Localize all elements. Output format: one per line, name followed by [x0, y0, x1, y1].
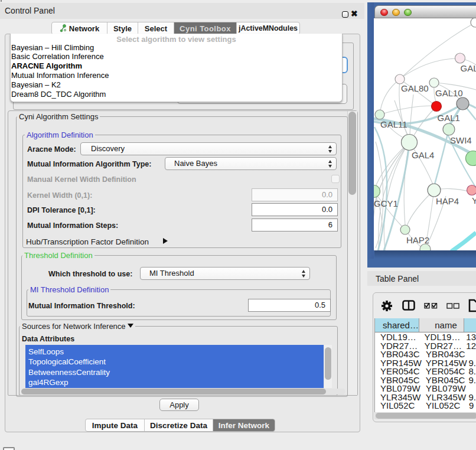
svg-text:HAP2: HAP2	[406, 235, 429, 245]
svg-text:GAL4: GAL4	[412, 150, 434, 160]
svg-text:GAL80: GAL80	[401, 83, 429, 93]
svg-text:GAL: GAL	[461, 63, 476, 73]
svg-text:GAL10: GAL10	[435, 88, 463, 98]
svg-text:GAL1: GAL1	[438, 113, 460, 123]
svg-text:HAP4: HAP4	[436, 196, 459, 206]
svg-text:GAL11: GAL11	[380, 119, 407, 129]
svg-text:Y: Y	[472, 195, 476, 206]
svg-text:SWI4: SWI4	[450, 135, 472, 145]
svg-text:GCY1: GCY1	[374, 198, 398, 208]
